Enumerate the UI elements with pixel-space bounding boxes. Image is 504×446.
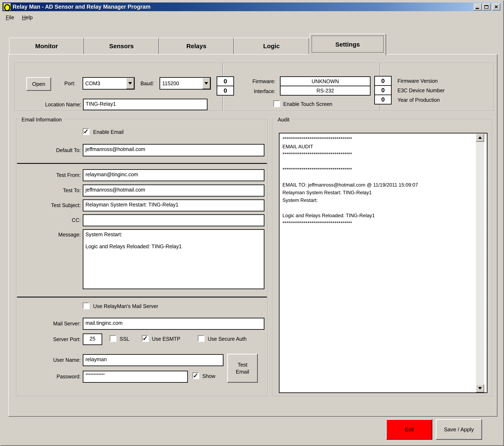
tab-sensors[interactable]: Sensors — [84, 38, 159, 55]
enable-email-label: Enable Email — [93, 129, 124, 135]
email-information-group: Email Information ✓ Enable Email Default… — [16, 117, 268, 396]
use-relayman-mail-server-label: Use RelayMan's Mail Server — [93, 303, 158, 309]
tab-monitor[interactable]: Monitor — [9, 38, 84, 55]
year-of-production-box: 0 — [374, 94, 392, 105]
menu-bar: File Help — [3, 13, 35, 22]
app-window: Relay Man - AD Sensor and Relay Manager … — [0, 0, 504, 446]
chevron-down-icon — [478, 387, 482, 390]
use-secure-auth-checkbox[interactable] — [198, 335, 204, 341]
show-password-label: Show — [202, 373, 215, 379]
server-port-input[interactable]: 25 — [83, 334, 102, 345]
tab-relays[interactable]: Relays — [159, 38, 234, 55]
cc-input[interactable] — [83, 214, 264, 226]
title-bar: Relay Man - AD Sensor and Relay Manager … — [2, 2, 502, 11]
e3c-device-number-label: E3C Device Number — [397, 88, 445, 93]
close-icon: × — [493, 3, 500, 10]
minimize-icon — [476, 8, 479, 9]
enable-touch-screen-checkbox[interactable] — [273, 100, 280, 107]
separator — [17, 297, 267, 298]
password-label: Password: — [29, 374, 81, 380]
audit-scrollbar[interactable] — [476, 133, 484, 392]
close-button[interactable]: × — [492, 3, 500, 10]
audit-group: Audit **********************************… — [272, 117, 492, 396]
year-of-production-label: Year of Production — [397, 97, 440, 103]
use-esmtp-checkbox[interactable]: ✓ — [142, 335, 148, 341]
firmware-value: UNKNOWN — [280, 76, 371, 86]
app-icon — [3, 3, 11, 10]
ssl-checkbox[interactable] — [110, 335, 116, 341]
show-password-checkbox[interactable]: ✓ — [192, 372, 199, 379]
connection-frame: Open Port: COM3 Baud: 115200 Location Na… — [15, 63, 494, 111]
port-value: COM3 — [83, 80, 126, 87]
tab-logic[interactable]: Logic — [234, 38, 309, 55]
server-port-label: Server Port: — [29, 336, 81, 342]
settings-page: Open Port: COM3 Baud: 115200 Location Na… — [8, 54, 497, 417]
interface-label: Interface: — [238, 88, 275, 94]
interface-value: RS-232 — [280, 86, 371, 96]
audit-log[interactable]: ************************************ EMA… — [279, 133, 487, 393]
port-label: Port: — [64, 80, 75, 87]
mail-server-label: Mail Server: — [29, 321, 81, 327]
save-apply-button[interactable]: Save / Apply — [436, 419, 482, 440]
message-label: Message: — [29, 232, 81, 238]
test-from-input[interactable]: relayman@tinginc.com — [83, 169, 264, 181]
window-controls: × — [474, 3, 500, 10]
baud-select[interactable]: 115200 — [160, 77, 211, 89]
chevron-down-icon — [128, 82, 132, 85]
baud-label: Baud: — [141, 80, 154, 87]
use-secure-auth-label: Use Secure Auth — [208, 336, 247, 342]
user-name-label: User Name: — [29, 357, 81, 363]
e3c-device-number-box: 0 — [374, 85, 392, 95]
firmware-version-box: 0 — [374, 76, 392, 86]
dropdown-button[interactable] — [202, 78, 210, 89]
audit-title: Audit — [276, 117, 291, 123]
scroll-up-button[interactable] — [476, 133, 484, 142]
enable-touch-screen-label: Enable Touch Screen — [283, 101, 332, 107]
test-to-input[interactable]: jeffmanross@hotmail.com — [83, 184, 264, 196]
counter-box: 0 — [217, 86, 234, 96]
port-select[interactable]: COM3 — [83, 77, 135, 89]
menu-file[interactable]: File — [3, 14, 17, 21]
ssl-label: SSL — [120, 336, 129, 342]
location-name-input[interactable]: TING-Relay1 — [83, 99, 208, 110]
exit-button[interactable]: Exit — [386, 419, 432, 440]
cc-label: CC: — [29, 217, 81, 223]
location-name-label: Location Name: — [27, 102, 81, 107]
chevron-down-icon — [204, 82, 208, 85]
message-textarea[interactable]: System Restart: Logic and Relays Reloade… — [83, 229, 264, 289]
email-information-title: Email Information — [20, 117, 64, 123]
enable-email-checkbox[interactable]: ✓ — [83, 128, 89, 135]
firmware-label: Firmware: — [238, 78, 275, 84]
test-email-button[interactable]: Test Email — [227, 354, 258, 383]
counter-box: 0 — [217, 76, 234, 86]
use-relayman-mail-server-checkbox[interactable] — [83, 303, 89, 309]
password-input[interactable]: ************ — [83, 371, 188, 383]
maximize-icon — [484, 5, 488, 9]
tab-focus-rect — [312, 36, 384, 53]
test-from-label: Test From: — [29, 172, 81, 178]
default-to-label: Default To: — [29, 147, 81, 153]
tab-settings[interactable]: Settings — [309, 34, 386, 55]
firmware-version-label: Firmware Version — [397, 78, 438, 84]
mail-server-input[interactable]: mail.tinginc.com — [83, 318, 264, 330]
chevron-up-icon — [478, 136, 482, 139]
test-subject-label: Test Subject: — [29, 202, 81, 208]
baud-value: 115200 — [160, 80, 202, 87]
user-name-input[interactable]: relayman — [83, 354, 223, 366]
maximize-button[interactable] — [483, 3, 490, 10]
use-esmtp-label: Use ESMTP — [152, 336, 180, 342]
default-to-input[interactable]: jeffmanross@hotmail.com — [83, 144, 264, 156]
separator — [17, 163, 267, 164]
test-subject-input[interactable]: Relayman System Restart: TING-Relay1 — [83, 199, 264, 212]
window-title: Relay Man - AD Sensor and Relay Manager … — [13, 4, 151, 10]
test-to-label: Test To: — [29, 187, 81, 194]
menu-help[interactable]: Help — [19, 14, 35, 21]
open-port-button[interactable]: Open — [26, 77, 51, 91]
dropdown-button[interactable] — [126, 78, 134, 89]
minimize-button[interactable] — [474, 3, 482, 10]
scroll-down-button[interactable] — [476, 384, 484, 392]
